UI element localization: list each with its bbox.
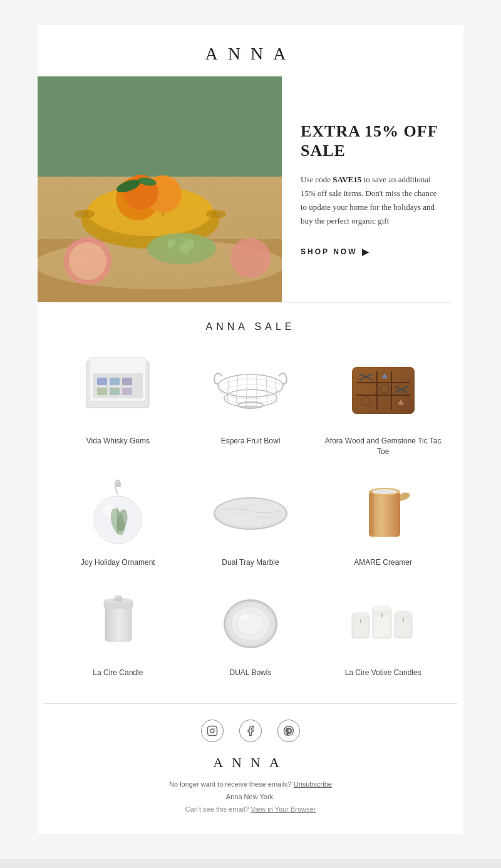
svg-point-26 (75, 210, 94, 218)
svg-point-15 (115, 177, 142, 195)
bottom-spacer (0, 834, 501, 859)
product-name: La Cire Candle (56, 668, 180, 678)
svg-rect-32 (110, 378, 120, 385)
dual-bowls-illustration (210, 583, 291, 658)
tray-illustration (210, 473, 291, 548)
svg-point-8 (155, 207, 158, 211)
hero-body-prefix: Use code (301, 175, 333, 184)
product-image-votive (321, 580, 445, 661)
svg-rect-34 (97, 388, 107, 395)
promo-code: SAVE15 (333, 175, 361, 184)
svg-point-23 (64, 237, 111, 285)
product-name: Joy Holiday Ornament (56, 557, 180, 568)
svg-rect-94 (374, 616, 390, 636)
pinterest-icon[interactable] (277, 720, 300, 742)
shop-now-button[interactable]: SHOP NOW ▶ (301, 247, 445, 257)
footer: ANNA No longer want to receive these ema… (38, 704, 463, 834)
fruit-bowl-illustration (210, 351, 291, 426)
product-item[interactable]: Joy Holiday Ornament (56, 470, 180, 568)
svg-line-39 (227, 380, 229, 403)
product-name: Afora Wood and Gemstone Tic Tac Toe (321, 436, 445, 457)
svg-point-103 (214, 728, 215, 729)
unsubscribe-prefix: No longer want to receive these emails? (169, 780, 294, 788)
svg-point-96 (395, 611, 412, 616)
product-item[interactable]: Vida Whisky Gems (56, 348, 180, 457)
product-name: DUAL Bowls (189, 668, 312, 678)
svg-point-20 (184, 239, 194, 249)
svg-point-10 (137, 213, 139, 215)
tic-tac-toe-illustration (343, 351, 424, 426)
svg-rect-36 (122, 388, 132, 395)
svg-point-83 (115, 596, 122, 599)
svg-rect-101 (208, 726, 217, 736)
svg-point-3 (38, 239, 282, 289)
svg-point-27 (207, 210, 225, 218)
instagram-icon[interactable] (201, 720, 224, 742)
product-item[interactable]: Dual Tray Marble (189, 470, 312, 568)
social-icons (50, 720, 451, 742)
ornament-illustration (77, 473, 158, 548)
hero-title: EXTRA 15% OFF SALE (301, 121, 445, 160)
svg-point-9 (168, 205, 170, 208)
view-browser-link[interactable]: View in Your Browser (251, 805, 316, 813)
facebook-icon[interactable] (239, 720, 262, 742)
svg-point-22 (179, 243, 190, 254)
product-image-whisky (56, 348, 180, 430)
sale-section: ANNA SALE (38, 302, 463, 691)
shop-now-arrow: ▶ (362, 247, 371, 257)
svg-rect-97 (396, 619, 410, 636)
product-image-creamer (321, 470, 445, 551)
product-item[interactable]: La Cire Candle (56, 580, 180, 678)
shop-now-label: SHOP NOW (301, 247, 357, 256)
email-wrapper: ANNA (0, 0, 501, 859)
creamer-illustration (343, 473, 424, 548)
svg-point-45 (219, 379, 282, 399)
hero-section: EXTRA 15% OFF SALE Use code SAVE15 to sa… (38, 76, 463, 302)
svg-rect-77 (369, 492, 374, 537)
svg-rect-1 (38, 177, 282, 302)
top-spacer (0, 0, 501, 25)
hero-body: Use code SAVE15 to save an additional 15… (301, 173, 445, 228)
cant-see-text: Can't see this email? (185, 805, 251, 813)
header: ANNA (38, 25, 463, 76)
product-image-candle (56, 580, 180, 661)
product-item[interactable]: AMARE Creamer (321, 470, 445, 568)
svg-rect-31 (97, 378, 107, 385)
product-item[interactable]: Espera Fruit Bowl (189, 348, 312, 457)
svg-point-14 (123, 175, 158, 210)
svg-point-18 (167, 239, 177, 249)
svg-rect-2 (38, 239, 282, 302)
pinterest-svg (283, 725, 294, 736)
product-name: Espera Fruit Bowl (189, 436, 312, 447)
product-name: Dual Tray Marble (189, 557, 312, 568)
footer-view-browser: Can't see this email? View in Your Brows… (50, 805, 451, 813)
whisky-gems-illustration (77, 351, 158, 426)
svg-point-4 (81, 192, 219, 249)
svg-rect-48 (244, 405, 257, 408)
brand-logo[interactable]: ANNA (50, 44, 451, 64)
product-item[interactable]: Afora Wood and Gemstone Tic Tac Toe (321, 348, 445, 457)
facebook-svg (245, 725, 256, 736)
svg-line-43 (266, 375, 267, 405)
product-image-tictac (321, 348, 445, 430)
product-item[interactable]: DUAL Bowls (189, 580, 312, 678)
product-name: La Cire Votive Candles (321, 668, 445, 678)
svg-rect-0 (38, 76, 282, 302)
product-image-ornament (56, 470, 180, 551)
svg-point-19 (175, 236, 186, 247)
svg-point-46 (221, 385, 280, 403)
products-grid: Vida Whisky Gems (50, 348, 451, 678)
svg-point-24 (69, 242, 106, 280)
hero-content: EXTRA 15% OFF SALE Use code SAVE15 to sa… (282, 76, 463, 302)
svg-point-93 (373, 606, 391, 611)
unsubscribe-link[interactable]: Unsubscribe (294, 780, 332, 788)
product-item[interactable]: La Cire Votive Candles (321, 580, 445, 678)
footer-brand-name: Anna New York. (50, 793, 451, 800)
svg-point-7 (143, 204, 145, 206)
hero-illustration (38, 76, 282, 302)
svg-rect-33 (122, 378, 132, 385)
svg-point-5 (88, 186, 213, 236)
instagram-svg (207, 725, 218, 736)
svg-rect-35 (110, 388, 120, 395)
svg-point-16 (137, 176, 157, 187)
